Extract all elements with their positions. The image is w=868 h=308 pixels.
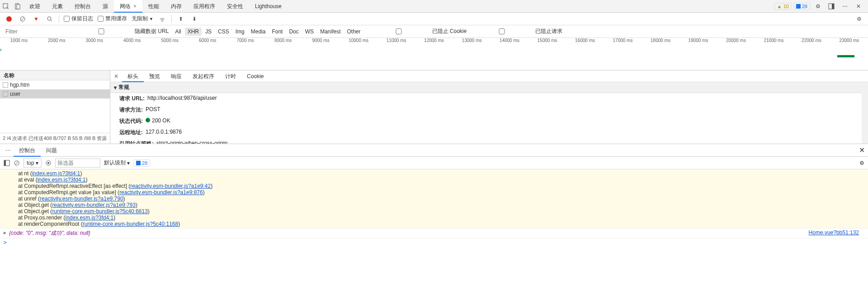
tab-欢迎[interactable]: 欢迎 — [24, 0, 46, 13]
console-filter-input[interactable] — [55, 159, 100, 168]
console-object-line[interactable]: {code: "0", msg: "成功", data: null} Home.… — [0, 228, 868, 238]
type-filter-img[interactable]: Img — [233, 28, 247, 36]
tab-元素[interactable]: 元素 — [46, 0, 69, 13]
close-icon[interactable]: ✕ — [853, 0, 864, 12]
blocked-cookies-checkbox[interactable]: 已阻止 Cookie — [367, 28, 467, 35]
search-icon[interactable] — [45, 14, 54, 23]
svg-rect-2 — [17, 5, 20, 9]
drawer-more-icon[interactable]: ⋯ — [3, 147, 14, 154]
tab-控制台[interactable]: 控制台 — [69, 0, 97, 13]
stack-link[interactable]: index.esm.js?3fd4:1 — [32, 170, 80, 177]
wifi-icon[interactable] — [158, 14, 167, 23]
detail-tab-0[interactable]: 标头 — [122, 70, 144, 82]
timeline[interactable]: 1000 ms2000 ms3000 ms4000 ms5000 ms6000 … — [0, 38, 868, 70]
inspect-icon[interactable] — [0, 0, 12, 12]
type-filter-manifest[interactable]: Manifest — [317, 28, 343, 36]
more-icon[interactable]: ⋯ — [839, 0, 851, 12]
request-row[interactable]: hgp.htm — [0, 80, 110, 89]
scrollbar[interactable] — [862, 82, 868, 144]
drawer-tab-1[interactable]: 问题 — [41, 144, 62, 157]
type-filter-css[interactable]: CSS — [215, 28, 232, 36]
stack-link[interactable]: reactivity.esm-bundler.js?a1e9:793 — [52, 202, 136, 208]
stack-link[interactable]: reactivity.esm-bundler.js?a1e9:876 — [119, 189, 203, 196]
drawer-tab-0[interactable]: 控制台 — [14, 144, 41, 157]
drawer-close-icon[interactable]: ✕ — [855, 146, 868, 154]
filter-icon[interactable]: ▼ — [32, 14, 41, 23]
console-settings-icon[interactable]: ⚙ — [859, 160, 864, 166]
timeline-tick: 9000 ms — [302, 38, 340, 46]
throttling-select[interactable]: 无限制 ▼ — [132, 15, 153, 23]
general-row: 请求方法:POST — [110, 104, 862, 116]
type-filter-font[interactable]: Font — [269, 28, 285, 36]
settings-icon[interactable]: ⚙ — [812, 0, 824, 12]
general-row: 远程地址:127.0.0.1:9876 — [110, 127, 862, 138]
timeline-tick: 16000 ms — [566, 38, 604, 46]
timeline-tick: 19000 ms — [679, 38, 717, 46]
console-clear-icon[interactable] — [14, 160, 20, 166]
console-prompt[interactable]: > — [0, 238, 868, 247]
svg-point-10 — [162, 21, 163, 22]
device-icon[interactable] — [12, 0, 24, 12]
detail-close-icon[interactable]: ✕ — [110, 73, 122, 79]
timeline-tick: 23000 ms — [830, 38, 868, 46]
request-detail: ✕ 标头预览响应发起程序计时Cookie ▾常规 请求 URL:http://l… — [110, 70, 868, 144]
detail-tab-2[interactable]: 响应 — [165, 70, 187, 82]
tab-源[interactable]: 源 — [97, 0, 114, 13]
filter-input[interactable] — [3, 27, 66, 36]
tab-安全性[interactable]: 安全性 — [221, 0, 249, 13]
dock-icon[interactable] — [826, 0, 837, 12]
stack-link[interactable]: index.esm.js?3fd4:1 — [65, 215, 113, 221]
type-filter-media[interactable]: Media — [248, 28, 269, 36]
tab-lighthouse[interactable]: Lighthouse — [249, 0, 288, 13]
stack-line: at renderComponentRoot (runtime-core.esm… — [0, 221, 868, 227]
stack-link[interactable]: reactivity.esm-bundler.js?a1e9:790 — [40, 196, 123, 202]
download-icon[interactable]: ⬇ — [190, 14, 199, 23]
disable-cache-checkbox[interactable]: 禁用缓存 — [98, 15, 127, 23]
timeline-tick: 2000 ms — [38, 38, 75, 46]
type-filter-ws[interactable]: WS — [302, 28, 316, 36]
live-expression-icon[interactable] — [45, 160, 52, 166]
timeline-tick: 10000 ms — [340, 38, 377, 46]
svg-rect-3 — [796, 4, 801, 9]
stack-link[interactable]: runtime-core.esm-bundler.js?5c40:6813 — [52, 208, 147, 215]
timeline-tick: 22000 ms — [793, 38, 830, 46]
type-filter-doc[interactable]: Doc — [286, 28, 301, 36]
warning-badge[interactable]: ▲ 10 — [774, 3, 792, 10]
hide-data-urls-checkbox[interactable]: 隐藏数据 URL — [70, 28, 169, 35]
svg-rect-5 — [832, 4, 834, 9]
stack-line: at ComputedRefImpl.get value [as value] … — [0, 189, 868, 196]
tab-网络[interactable]: 网络× — [114, 0, 142, 13]
tab-性能[interactable]: 性能 — [142, 0, 165, 13]
console-sidebar-icon[interactable] — [4, 160, 10, 166]
upload-icon[interactable]: ⬆ — [176, 14, 185, 23]
type-filter-other[interactable]: Other — [344, 28, 363, 36]
stack-link[interactable]: index.esm.js?3fd4:1 — [38, 177, 86, 183]
request-status-bar: 2 /4 次请求 已传送408 B/707 B 55 B /98 B 资源 — [0, 133, 110, 144]
blocked-requests-checkbox[interactable]: 已阻止请求 — [470, 28, 562, 35]
detail-tab-3[interactable]: 发起程序 — [187, 70, 220, 82]
type-filter-all[interactable]: All — [172, 28, 184, 36]
detail-tab-5[interactable]: Cookie — [241, 70, 269, 82]
tab-应用程序[interactable]: 应用程序 — [188, 0, 221, 13]
detail-tab-4[interactable]: 计时 — [220, 70, 241, 82]
clear-icon[interactable] — [18, 14, 27, 23]
stack-link[interactable]: reactivity.esm-bundler.js?a1e9:42 — [130, 183, 211, 189]
detail-tab-1[interactable]: 预览 — [144, 70, 165, 82]
type-filter-js[interactable]: JS — [203, 28, 214, 36]
type-filter-xhr[interactable]: XHR — [185, 28, 202, 36]
request-row[interactable]: user — [0, 89, 110, 98]
source-link[interactable]: Home.vue?bb51:132 — [809, 229, 859, 236]
toolbar-settings-icon[interactable]: ⚙ — [854, 14, 863, 23]
timeline-tick: 21000 ms — [755, 38, 793, 46]
context-select[interactable]: top ▾ — [24, 159, 42, 168]
tab-内存[interactable]: 内存 — [165, 0, 188, 13]
log-level-select[interactable]: 默认级别 ▾ — [104, 159, 130, 167]
preserve-log-checkbox[interactable]: 保留日志 — [64, 15, 93, 23]
timeline-tick: 17000 ms — [604, 38, 642, 46]
stack-link[interactable]: runtime-core.esm-bundler.js?5c40:1168 — [83, 221, 178, 227]
record-button[interactable] — [5, 14, 14, 23]
console-info-badge[interactable]: 28 — [133, 159, 150, 167]
general-section-header[interactable]: ▾常规 — [110, 82, 862, 93]
info-badge[interactable]: 28 — [793, 3, 810, 10]
stack-line: at nt (index.esm.js?3fd4:1) — [0, 170, 868, 177]
